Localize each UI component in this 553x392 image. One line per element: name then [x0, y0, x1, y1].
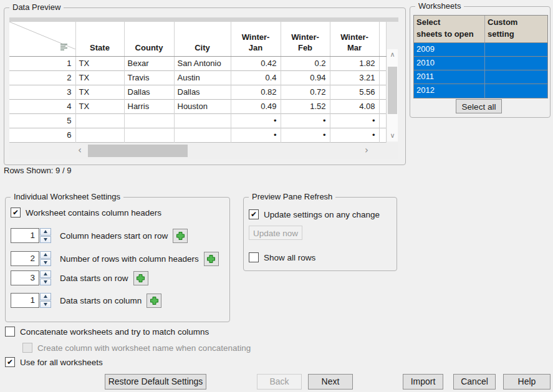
data-preview-group: Data Preview StateCountyCityWinter- JanW… [4, 7, 406, 165]
worksheet-row-2009[interactable]: 2009 [414, 43, 547, 57]
table-cell: Travis [124, 70, 174, 85]
column-header[interactable]: State [75, 22, 124, 56]
custom-setting-column-header: Custom setting [485, 16, 547, 42]
table-row: 4TXHarrisHouston0.491.524.08 [9, 99, 386, 113]
table-cell: TX [75, 56, 124, 70]
scroll-right-icon[interactable]: › [365, 143, 368, 159]
contains-headers-label: Worksheet contains column headers [26, 208, 161, 218]
plus-icon [136, 274, 145, 283]
plus-icon [176, 231, 185, 241]
table-cell: 0.42 [231, 56, 281, 70]
table-row: 1TXBexarSan Antonio0.420.21.82 [9, 56, 386, 70]
header-rows-count-label: Number of rows with column headers [60, 254, 199, 264]
select-all-button[interactable]: Select all [456, 99, 502, 113]
table-cell [174, 128, 231, 142]
contains-headers-checkbox[interactable] [11, 208, 21, 218]
add-header-rows-count-button[interactable] [204, 252, 219, 266]
worksheet-name: 2011 [414, 70, 485, 84]
table-cell [75, 113, 124, 128]
add-headers-start-row-button[interactable] [173, 229, 188, 243]
import-button[interactable]: Import [403, 374, 443, 390]
back-button[interactable]: Back [257, 374, 302, 390]
row-number-cell: 1 [9, 56, 75, 70]
table-cell: Austin [174, 70, 231, 85]
headers-start-row-stepper[interactable] [40, 228, 51, 243]
data-start-column-stepper[interactable] [40, 293, 51, 308]
table-cell: 0.72 [281, 85, 330, 99]
data-start-row-input[interactable]: 3 [11, 270, 39, 285]
filler-header-cell [379, 22, 386, 56]
show-all-rows-label: Show all rows [264, 253, 315, 262]
table-cell: TX [75, 85, 124, 99]
add-data-start-column-button[interactable] [147, 294, 161, 308]
add-data-start-row-button[interactable] [133, 271, 148, 285]
spin-up-icon[interactable] [44, 272, 47, 275]
table-cell [124, 113, 174, 128]
column-width-bar[interactable] [9, 17, 398, 22]
header-rows-count-stepper[interactable] [40, 251, 51, 266]
data-start-column-row: 1 Data starts on column [11, 293, 161, 308]
table-cell: • [231, 128, 281, 142]
column-header[interactable]: Winter- Jan [231, 22, 281, 56]
table-cell [174, 113, 231, 128]
worksheet-row-2012[interactable]: 2012 [414, 84, 547, 98]
cancel-button[interactable]: Cancel [453, 374, 496, 390]
worksheet-row-2011[interactable]: 2011 [414, 70, 547, 84]
worksheet-settings-group: Individual Worksheet Settings Worksheet … [5, 197, 230, 322]
column-header[interactable]: Winter- Feb [281, 22, 330, 56]
preview-header-row: StateCountyCityWinter- JanWinter- FebWin… [9, 22, 386, 56]
table-cell [124, 128, 174, 142]
table-cell: Dallas [124, 85, 174, 99]
column-header[interactable]: City [174, 22, 231, 56]
custom-setting-cell [485, 57, 547, 70]
worksheets-table: Select sheets to open Custom setting 200… [413, 15, 548, 98]
spin-down-icon[interactable] [44, 280, 47, 284]
column-header[interactable]: Winter- Mar [330, 22, 379, 56]
restore-defaults-button[interactable]: Restore Default Settings [105, 374, 206, 390]
spin-up-icon[interactable] [44, 295, 47, 298]
data-start-row-label: Data starts on row [60, 274, 128, 283]
help-button[interactable]: Help [503, 374, 551, 390]
update-on-change-label: Update settings on any change [264, 210, 380, 219]
data-start-row-stepper[interactable] [40, 270, 51, 285]
spin-down-icon[interactable] [44, 261, 47, 264]
concatenate-checkbox[interactable] [5, 327, 15, 337]
worksheet-name: 2009 [414, 43, 485, 56]
table-cell: TX [75, 99, 124, 113]
spin-down-icon[interactable] [44, 238, 47, 241]
data-start-column-input[interactable]: 1 [11, 293, 39, 308]
header-rows-count-input[interactable]: 2 [11, 251, 39, 266]
concatenate-row: Concatenate worksheets and try to match … [5, 327, 209, 337]
scroll-left-icon[interactable]: ‹ [78, 143, 82, 159]
scroll-up-icon[interactable]: ∧ [387, 50, 398, 59]
spin-up-icon[interactable] [44, 253, 47, 256]
table-cell: TX [75, 70, 124, 85]
use-all-worksheets-checkbox[interactable] [5, 357, 15, 367]
preview-horizontal-scrollbar[interactable]: ‹ › [9, 143, 398, 159]
table-cell: Houston [174, 99, 231, 113]
plus-icon [150, 296, 159, 305]
update-on-change-checkbox[interactable] [249, 209, 259, 219]
table-cell: • [231, 113, 281, 128]
table-cell: Harris [124, 99, 174, 113]
headers-start-row-input[interactable]: 1 [11, 228, 39, 243]
update-now-button[interactable]: Update now [249, 226, 302, 240]
table-cell: 0.4 [231, 70, 281, 85]
table-cell: 0.2 [281, 56, 330, 70]
preview-vertical-scrollbar[interactable]: ∧ ∨ [387, 49, 398, 141]
next-button[interactable]: Next [308, 374, 353, 390]
scroll-down-icon[interactable]: ∨ [387, 131, 398, 140]
column-header[interactable]: County [124, 22, 174, 56]
preview-refresh-legend: Preview Pane Refresh [249, 192, 335, 201]
spin-up-icon[interactable] [44, 230, 47, 233]
horizontal-scroll-thumb[interactable] [88, 145, 188, 157]
update-on-change-row: Update settings on any change [249, 209, 380, 219]
worksheet-row-2010[interactable]: 2010 [414, 57, 547, 70]
spin-down-icon[interactable] [44, 303, 47, 306]
table-cell: 1.82 [330, 56, 379, 70]
table-cell: • [281, 128, 330, 142]
vertical-scroll-thumb[interactable] [388, 67, 397, 114]
filler-cell [379, 70, 386, 85]
show-all-rows-checkbox[interactable] [249, 252, 259, 262]
table-cell: 5.56 [330, 85, 379, 99]
